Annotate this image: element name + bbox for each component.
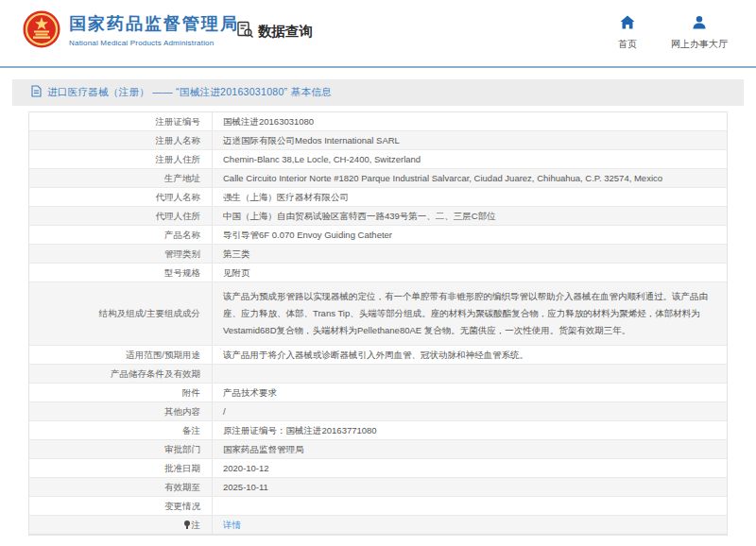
table-row-storage-shelf-life: 产品储存条件及有效期 [29, 365, 727, 384]
document-icon [31, 84, 42, 101]
registration-detail-table: 注册证编号 国械注进20163031080 注册人名称 迈道国际有限公司Medo… [28, 111, 728, 536]
row-value: 中国（上海）自由贸易试验区富特西一路439号第一、二、三层C部位 [213, 207, 727, 225]
nav-online-hall-label: 网上办事大厅 [671, 38, 728, 51]
table-row-remarks: 备注 原注册证编号：国械注进20163771080 [29, 421, 727, 440]
data-query-label: 数据查询 [258, 23, 313, 41]
row-value: 原注册证编号：国械注进20163771080 [213, 421, 727, 439]
row-value: 见附页 [213, 264, 727, 282]
table-row-intended-use: 适用范围/预期用途 该产品用于将介入器械或诊断器械引入外周血管、冠状动脉和神经血… [29, 346, 727, 365]
row-label: 备注 [29, 421, 213, 439]
row-label: 代理人住所 [29, 207, 213, 225]
table-row-approval-department: 审批部门 国家药品监督管理局 [29, 440, 727, 459]
row-label: 结构及组成/主要组成成分 [29, 282, 213, 345]
person-icon [692, 15, 707, 33]
row-label: 型号规格 [29, 264, 213, 282]
table-row-registration-number: 注册证编号 国械注进20163031080 [29, 112, 727, 131]
row-label: 适用范围/预期用途 [29, 346, 213, 364]
row-label: 代理人名称 [29, 188, 213, 206]
national-emblem-logo [23, 10, 60, 48]
row-label: 产品储存条件及有效期 [29, 365, 213, 383]
row-value: 第三类 [213, 245, 727, 263]
table-row-agent-address: 代理人住所 中国（上海）自由贸易试验区富特西一路439号第一、二、三层C部位 [29, 207, 727, 226]
row-label: 生产地址 [29, 169, 213, 187]
row-value [213, 365, 727, 383]
row-value: 该产品用于将介入器械或诊断器械引入外周血管、冠状动脉和神经血管系统。 [213, 346, 727, 364]
table-row-production-address: 生产地址 Calle Circuito Interior Norte #1820… [29, 169, 727, 188]
home-icon [620, 15, 635, 33]
breadcrumb-bar: 进口医疗器械（注册） —— “国械注进20163031080” 基本信息 [12, 79, 744, 106]
table-row-structure-composition: 结构及组成/主要组成成分 该产品为预成形管路以实现器械的定位，有一个单腔带有非锥… [29, 282, 727, 346]
table-row-change-status: 变更情况 [29, 497, 727, 516]
page-header: 国家药品监督管理局 National Medical Products Admi… [0, 0, 756, 68]
table-row-model-spec: 型号规格 见附页 [29, 264, 727, 282]
details-link[interactable]: 详情 [223, 519, 241, 532]
table-row-valid-until: 有效期至 2025-10-11 [29, 478, 727, 497]
row-value: 导引导管6F 0.070 Envoy Guiding Catheter [213, 226, 727, 244]
row-label: 注册人名称 [29, 131, 213, 149]
table-row-product-name: 产品名称 导引导管6F 0.070 Envoy Guiding Catheter [29, 226, 727, 245]
row-value: 2020-10-12 [213, 459, 727, 477]
row-value: 2025-10-11 [213, 478, 727, 496]
row-label: 附件 [29, 384, 213, 401]
row-label: 其他内容 [29, 402, 213, 420]
row-label: 注册人住所 [29, 150, 213, 168]
data-query-section[interactable]: 数据查询 [236, 21, 313, 43]
table-row-other-content: 其他内容 / [29, 402, 727, 421]
row-label: 注 [29, 516, 213, 534]
site-brand: 国家药品监督管理局 National Medical Products Admi… [23, 10, 239, 48]
site-title-cn: 国家药品监督管理局 [69, 12, 239, 35]
table-row-registrant-name: 注册人名称 迈道国际有限公司Medos International SARL [29, 131, 727, 150]
table-row-management-class: 管理类别 第三类 [29, 245, 727, 264]
row-value [213, 497, 727, 515]
row-value: Chemin-Blanc 38,Le Locle, CH-2400, Switz… [213, 150, 727, 168]
row-value: 强生（上海）医疗器材有限公司 [213, 188, 727, 206]
row-label: 有效期至 [29, 478, 213, 496]
row-label: 审批部门 [29, 440, 213, 458]
data-query-icon [236, 21, 254, 43]
row-label: 批准日期 [29, 459, 213, 477]
nav-online-hall[interactable]: 网上办事大厅 [671, 15, 728, 51]
header-nav: 首页 网上办事大厅 [618, 15, 728, 51]
table-row-registrant-address: 注册人住所 Chemin-Blanc 38,Le Locle, CH-2400,… [29, 150, 727, 169]
row-value: 详情 [213, 516, 727, 534]
nav-home-label: 首页 [618, 38, 637, 51]
row-value: / [213, 402, 727, 420]
table-row-approval-date: 批准日期 2020-10-12 [29, 459, 727, 478]
table-row-attachment: 附件 产品技术要求 [29, 384, 727, 402]
table-row-agent-name: 代理人名称 强生（上海）医疗器材有限公司 [29, 188, 727, 207]
row-value: 迈道国际有限公司Medos International SARL [213, 131, 727, 149]
row-value: 该产品为预成形管路以实现器械的定位，有一个单腔带有非锥形腔的编织导管以帮助介入器… [213, 282, 727, 345]
row-label: 注册证编号 [29, 112, 213, 130]
pin-icon [184, 520, 190, 529]
row-value: 国家药品监督管理局 [213, 440, 727, 458]
row-value: 国械注进20163031080 [213, 112, 727, 130]
row-label: 变更情况 [29, 497, 213, 515]
row-label: 产品名称 [29, 226, 213, 244]
row-value: Calle Circuito Interior Norte #1820 Parq… [213, 169, 727, 187]
nav-home[interactable]: 首页 [618, 15, 637, 51]
row-label: 管理类别 [29, 245, 213, 263]
site-title-en: National Medical Products Administration [69, 39, 239, 47]
table-row-note: 注 详情 [29, 516, 727, 535]
breadcrumb: 进口医疗器械（注册） —— “国械注进20163031080” 基本信息 [47, 86, 332, 99]
row-value: 产品技术要求 [213, 384, 727, 401]
